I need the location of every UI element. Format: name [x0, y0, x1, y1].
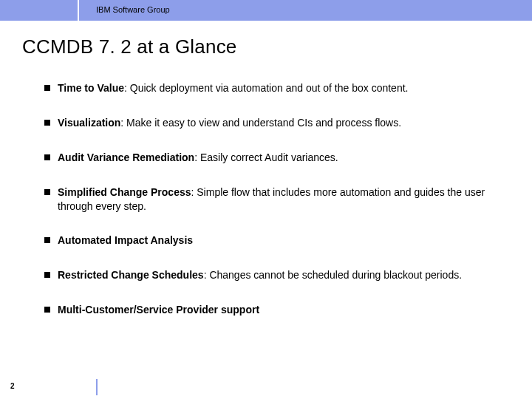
footer-band: 2	[0, 378, 532, 399]
list-item-rest: : Quick deployment via automation and ou…	[124, 82, 408, 94]
list-item-rest: : Changes cannot be scheduled during bla…	[204, 269, 462, 281]
list-item-body: Restricted Change Schedules: Changes can…	[58, 268, 462, 282]
list-item-body: Visualization: Make it easy to view and …	[58, 116, 401, 130]
list-item: Automated Impact Analysis	[44, 233, 495, 248]
list-item: Time to Value: Quick deployment via auto…	[44, 81, 495, 95]
slide-title: CCMDB 7. 2 at a Glance	[22, 35, 237, 58]
square-bullet-icon	[44, 189, 50, 195]
header-group-label: IBM Software Group	[96, 5, 170, 14]
list-item-body: Time to Value: Quick deployment via auto…	[58, 81, 408, 95]
list-item: Simplified Change Process: Simple flow t…	[44, 185, 495, 214]
list-item-label: Time to Value	[58, 82, 124, 94]
square-bullet-icon	[44, 307, 50, 313]
list-item-body: Simplified Change Process: Simple flow t…	[58, 185, 495, 214]
list-item-body: Automated Impact Analysis	[58, 233, 193, 248]
list-item-rest: : Easily correct Audit variances.	[194, 151, 338, 163]
list-item-label: Automated Impact Analysis	[58, 234, 193, 246]
list-item-body: Multi-Customer/Service Provider support	[58, 303, 259, 317]
square-bullet-icon	[44, 85, 50, 91]
square-bullet-icon	[44, 237, 50, 243]
list-item: Restricted Change Schedules: Changes can…	[44, 268, 495, 282]
list-item-label: Visualization	[58, 117, 120, 129]
vertical-divider-top	[78, 0, 79, 21]
bullet-list: Time to Value: Quick deployment via auto…	[44, 81, 495, 338]
list-item-label: Multi-Customer/Service Provider support	[58, 304, 259, 316]
square-bullet-icon	[44, 120, 50, 126]
list-item: Visualization: Make it easy to view and …	[44, 116, 495, 130]
list-item-body: Audit Variance Remediation: Easily corre…	[58, 151, 338, 165]
list-item-label: Audit Variance Remediation	[58, 151, 194, 163]
list-item: Audit Variance Remediation: Easily corre…	[44, 151, 495, 165]
page-number: 2	[10, 382, 15, 390]
square-bullet-icon	[44, 272, 50, 278]
vertical-divider-bottom	[96, 379, 98, 395]
list-item-rest: : Make it easy to view and understand CI…	[120, 117, 401, 129]
list-item-label: Restricted Change Schedules	[58, 269, 204, 281]
list-item-label: Simplified Change Process	[58, 186, 191, 198]
list-item: Multi-Customer/Service Provider support	[44, 303, 495, 317]
header-band: IBM Software Group	[0, 0, 532, 21]
square-bullet-icon	[44, 154, 50, 160]
